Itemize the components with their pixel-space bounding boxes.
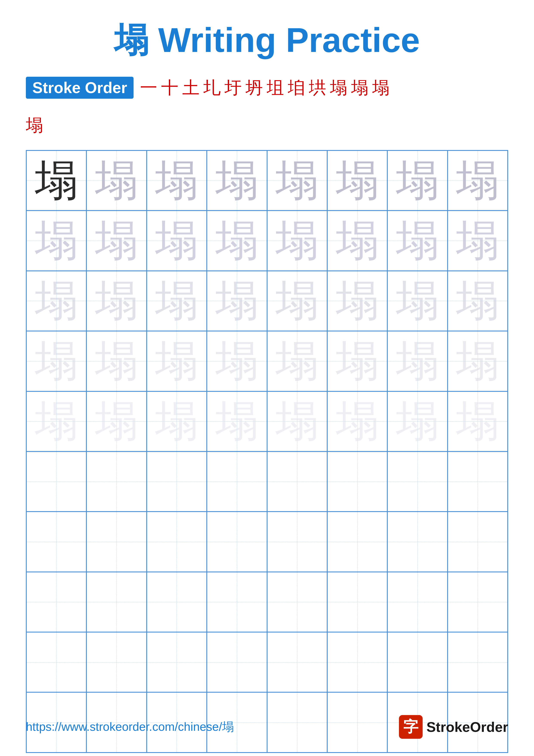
char-r2c3: 塌 [155, 219, 198, 262]
char-r5c5: 塌 [275, 400, 318, 443]
grid-cell-r5c2[interactable]: 塌 [87, 392, 146, 451]
grid-cell-r8c4[interactable] [207, 572, 267, 632]
grid-cell-r2c8[interactable]: 塌 [447, 210, 508, 271]
footer-url[interactable]: https://www.strokeorder.com/chinese/塌 [26, 719, 234, 735]
grid-cell-r7c5[interactable] [267, 512, 327, 572]
char-r3c2: 塌 [95, 279, 138, 322]
char-r4c1: 塌 [35, 339, 78, 383]
char-r5c2: 塌 [95, 400, 138, 443]
logo-text: StrokeOrder [426, 719, 508, 735]
grid-cell-r2c1[interactable]: 塌 [26, 210, 87, 271]
char-r4c7: 塌 [396, 339, 439, 383]
stroke-1: 一 [140, 78, 157, 97]
grid-cell-r8c7[interactable] [387, 572, 447, 632]
grid-cell-r5c8[interactable]: 塌 [447, 392, 508, 451]
char-r3c1: 塌 [35, 279, 78, 322]
grid-cell-r7c2[interactable] [87, 512, 146, 572]
grid-cell-r2c5[interactable]: 塌 [267, 210, 327, 271]
grid-cell-r8c5[interactable] [267, 572, 327, 632]
grid-cell-r7c3[interactable] [147, 512, 207, 572]
grid-cell-r4c5[interactable]: 塌 [267, 331, 327, 391]
grid-cell-r6c8[interactable] [447, 451, 508, 512]
grid-cell-r1c1[interactable]: 塌 [26, 150, 87, 210]
char-r1c8: 塌 [456, 159, 499, 202]
grid-cell-r5c1[interactable]: 塌 [26, 392, 87, 451]
char-r4c6: 塌 [336, 339, 379, 383]
grid-cell-r7c1[interactable] [26, 512, 87, 572]
grid-cell-r6c4[interactable] [207, 451, 267, 512]
char-r1c2: 塌 [95, 159, 138, 202]
grid-cell-r3c4[interactable]: 塌 [207, 271, 267, 331]
char-r3c7: 塌 [396, 279, 439, 322]
char-r4c3: 塌 [155, 339, 198, 383]
stroke-12: 塌 [372, 78, 390, 97]
grid-cell-r5c6[interactable]: 塌 [327, 392, 387, 451]
grid-cell-r1c7[interactable]: 塌 [387, 150, 447, 210]
char-r2c4: 塌 [216, 219, 259, 262]
grid-cell-r3c6[interactable]: 塌 [327, 271, 387, 331]
char-r5c1: 塌 [35, 400, 78, 443]
grid-cell-r7c4[interactable] [207, 512, 267, 572]
grid-cell-r7c8[interactable] [447, 512, 508, 572]
grid-cell-r9c5[interactable] [267, 632, 327, 692]
grid-cell-r4c2[interactable]: 塌 [87, 331, 146, 391]
grid-cell-r9c7[interactable] [387, 632, 447, 692]
grid-cell-r8c1[interactable] [26, 572, 87, 632]
grid-cell-r7c7[interactable] [387, 512, 447, 572]
grid-cell-r1c3[interactable]: 塌 [147, 150, 207, 210]
grid-cell-r4c3[interactable]: 塌 [147, 331, 207, 391]
grid-cell-r1c2[interactable]: 塌 [87, 150, 146, 210]
grid-cell-r6c3[interactable] [147, 451, 207, 512]
grid-cell-r9c2[interactable] [87, 632, 146, 692]
stroke-sequence: 一 十 土 圠 圩 坍 坥 垍 垬 塌 塌 塌 [140, 78, 390, 97]
grid-cell-r4c4[interactable]: 塌 [207, 331, 267, 391]
grid-cell-r4c6[interactable]: 塌 [327, 331, 387, 391]
grid-cell-r2c4[interactable]: 塌 [207, 210, 267, 271]
grid-cell-r1c6[interactable]: 塌 [327, 150, 387, 210]
grid-cell-r2c3[interactable]: 塌 [147, 210, 207, 271]
grid-cell-r3c3[interactable]: 塌 [147, 271, 207, 331]
grid-cell-r2c2[interactable]: 塌 [87, 210, 146, 271]
grid-cell-r6c5[interactable] [267, 451, 327, 512]
char-r3c8: 塌 [456, 279, 499, 322]
grid-cell-r2c7[interactable]: 塌 [387, 210, 447, 271]
char-r2c6: 塌 [336, 219, 379, 262]
stroke-order-badge: Stroke Order [26, 77, 134, 99]
char-r4c4: 塌 [216, 339, 259, 383]
stroke-9: 垬 [309, 78, 326, 97]
grid-cell-r6c2[interactable] [87, 451, 146, 512]
grid-cell-r6c1[interactable] [26, 451, 87, 512]
grid-cell-r3c7[interactable]: 塌 [387, 271, 447, 331]
grid-cell-r9c1[interactable] [26, 632, 87, 692]
grid-cell-r9c6[interactable] [327, 632, 387, 692]
grid-cell-r1c8[interactable]: 塌 [447, 150, 508, 210]
grid-cell-r4c1[interactable]: 塌 [26, 331, 87, 391]
writing-grid: 塌 塌 塌 塌 塌 塌 塌 塌 塌 塌 塌 塌 塌 塌 塌 塌 塌 塌 塌 塌 … [26, 150, 508, 753]
grid-cell-r9c8[interactable] [447, 632, 508, 692]
grid-cell-r1c5[interactable]: 塌 [267, 150, 327, 210]
grid-cell-r8c6[interactable] [327, 572, 387, 632]
grid-cell-r3c5[interactable]: 塌 [267, 271, 327, 331]
grid-cell-r2c6[interactable]: 塌 [327, 210, 387, 271]
grid-cell-r8c8[interactable] [447, 572, 508, 632]
grid-cell-r6c7[interactable] [387, 451, 447, 512]
grid-cell-r9c4[interactable] [207, 632, 267, 692]
grid-cell-r4c8[interactable]: 塌 [447, 331, 508, 391]
grid-cell-r5c7[interactable]: 塌 [387, 392, 447, 451]
grid-cell-r3c8[interactable]: 塌 [447, 271, 508, 331]
grid-cell-r8c3[interactable] [147, 572, 207, 632]
grid-cell-r8c2[interactable] [87, 572, 146, 632]
char-r3c5: 塌 [275, 279, 318, 322]
grid-cell-r9c3[interactable] [147, 632, 207, 692]
grid-cell-r1c4[interactable]: 塌 [207, 150, 267, 210]
grid-cell-r3c1[interactable]: 塌 [26, 271, 87, 331]
char-r2c2: 塌 [95, 219, 138, 262]
grid-cell-r6c6[interactable] [327, 451, 387, 512]
grid-cell-r5c5[interactable]: 塌 [267, 392, 327, 451]
grid-cell-r5c4[interactable]: 塌 [207, 392, 267, 451]
grid-cell-r5c3[interactable]: 塌 [147, 392, 207, 451]
grid-cell-r7c6[interactable] [327, 512, 387, 572]
grid-cell-r4c7[interactable]: 塌 [387, 331, 447, 391]
char-r4c8: 塌 [456, 339, 499, 383]
grid-cell-r3c2[interactable]: 塌 [87, 271, 146, 331]
